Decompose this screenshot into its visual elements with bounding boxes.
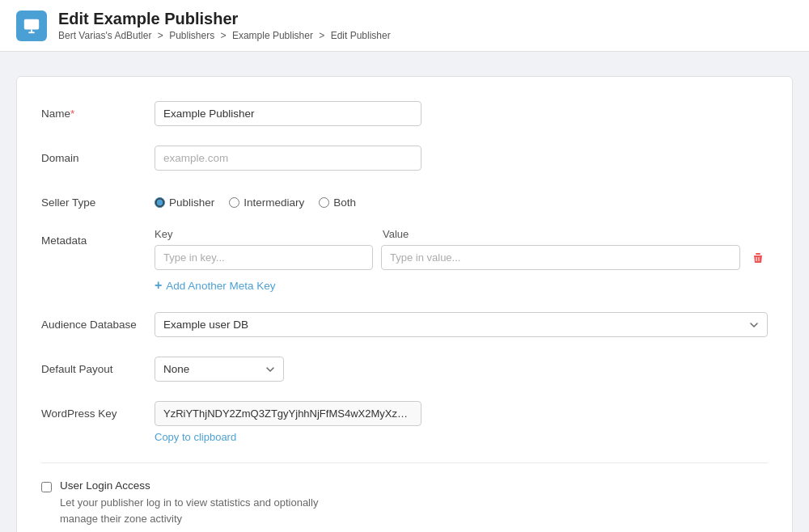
meta-input-row	[155, 245, 768, 270]
radio-both-input[interactable]	[319, 197, 329, 208]
user-login-row: User Login Access Let your publisher log…	[41, 479, 768, 526]
radio-intermediary-input[interactable]	[229, 197, 239, 208]
meta-value-col-header: Value	[383, 228, 768, 240]
user-login-title: User Login Access	[60, 479, 335, 492]
radio-both-label: Both	[333, 196, 356, 209]
domain-field	[155, 146, 768, 171]
divider	[41, 462, 768, 463]
default-payout-label: Default Payout	[41, 357, 155, 375]
meta-key-input[interactable]	[155, 245, 373, 270]
wordpress-key-row: WordPress Key YzRiYThjNDY2ZmQ3ZTgyYjhhNj…	[41, 401, 768, 443]
domain-label: Domain	[41, 146, 155, 164]
name-field	[155, 101, 768, 126]
meta-key-col-header: Key	[155, 228, 373, 240]
radio-intermediary[interactable]: Intermediary	[229, 196, 304, 209]
name-label: Name*	[41, 101, 155, 120]
radio-publisher-input[interactable]	[155, 197, 165, 208]
meta-value-input[interactable]	[381, 245, 740, 270]
seller-type-label: Seller Type	[41, 190, 155, 209]
metadata-label: Metadata	[41, 228, 155, 247]
user-login-text: User Login Access Let your publisher log…	[60, 479, 335, 526]
audience-db-select[interactable]: Example user DB None	[155, 312, 768, 337]
radio-publisher-label: Publisher	[169, 196, 214, 209]
delete-meta-button[interactable]	[748, 248, 768, 268]
svg-rect-0	[24, 19, 39, 29]
seller-type-row: Seller Type Publisher Intermediary Both	[41, 190, 768, 209]
seller-type-field: Publisher Intermediary Both	[155, 190, 768, 209]
user-login-desc: Let your publisher log in to view statis…	[60, 495, 335, 526]
trash-icon	[752, 251, 765, 264]
main-content: Name* Domain Seller Type Publisher	[0, 52, 809, 532]
default-payout-field: None Fixed Revenue Share	[155, 357, 768, 382]
wordpress-key-label: WordPress Key	[41, 401, 155, 420]
default-payout-select[interactable]: None Fixed Revenue Share	[155, 357, 284, 382]
copy-to-clipboard-button[interactable]: Copy to clipboard	[155, 431, 236, 443]
name-input[interactable]	[155, 101, 421, 126]
plus-icon: +	[155, 278, 162, 293]
name-row: Name*	[41, 101, 768, 126]
user-login-checkbox[interactable]	[41, 482, 52, 492]
app-icon	[16, 11, 47, 41]
audience-db-field: Example user DB None	[155, 312, 768, 337]
seller-type-radio-group: Publisher Intermediary Both	[155, 190, 768, 209]
wordpress-key-field: YzRiYThjNDY2ZmQ3ZTgyYjhhNjFfMS4wX2MyXzE0…	[155, 401, 768, 443]
page-title: Edit Example Publisher	[58, 10, 391, 28]
radio-publisher[interactable]: Publisher	[155, 196, 214, 209]
page-header: Edit Example Publisher Bert Varias's AdB…	[0, 0, 809, 52]
meta-header: Key Value	[155, 228, 768, 240]
breadcrumb: Bert Varias's AdButler > Publishers > Ex…	[58, 30, 391, 41]
form-card: Name* Domain Seller Type Publisher	[16, 76, 793, 532]
domain-row: Domain	[41, 146, 768, 171]
radio-both[interactable]: Both	[319, 196, 356, 209]
metadata-section: Key Value + Add Another Meta Key	[155, 228, 768, 293]
wordpress-key-display: YzRiYThjNDY2ZmQ3ZTgyYjhhNjFfMS4wX2MyXzE0…	[155, 401, 421, 426]
audience-db-row: Audience Database Example user DB None	[41, 312, 768, 337]
monitor-icon	[23, 17, 40, 35]
audience-db-label: Audience Database	[41, 312, 155, 331]
title-block: Edit Example Publisher Bert Varias's AdB…	[58, 10, 391, 41]
domain-input[interactable]	[155, 146, 421, 171]
add-meta-button[interactable]: + Add Another Meta Key	[155, 278, 275, 293]
radio-intermediary-label: Intermediary	[244, 196, 304, 209]
default-payout-row: Default Payout None Fixed Revenue Share	[41, 357, 768, 382]
metadata-row: Metadata Key Value + Ad	[41, 228, 768, 293]
